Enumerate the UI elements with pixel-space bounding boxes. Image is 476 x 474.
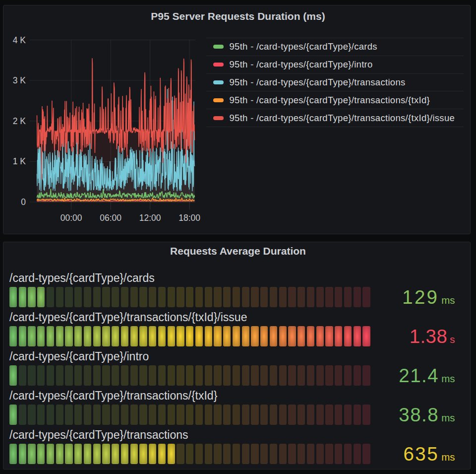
- svg-text:12:00: 12:00: [139, 213, 161, 223]
- svg-text:0: 0: [21, 197, 26, 207]
- svg-text:4 K: 4 K: [13, 35, 26, 45]
- svg-text:2 K: 2 K: [13, 116, 26, 126]
- svg-text:06:00: 06:00: [100, 213, 121, 223]
- svg-text:00:00: 00:00: [60, 213, 82, 223]
- svg-text:1 K: 1 K: [13, 156, 26, 166]
- svg-text:18:00: 18:00: [178, 213, 200, 223]
- svg-text:3 K: 3 K: [13, 75, 26, 85]
